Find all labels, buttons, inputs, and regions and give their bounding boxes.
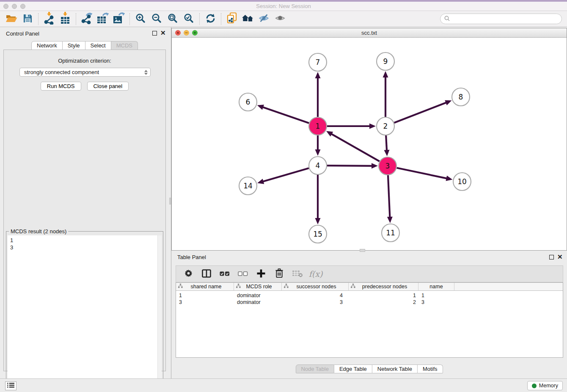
export-table-button[interactable] <box>95 12 111 26</box>
import-table-icon <box>60 12 70 26</box>
edge-2-8[interactable] <box>394 102 447 123</box>
optimization-criterion-label: Optimization criterion: <box>4 58 165 64</box>
export-network-button[interactable] <box>79 12 95 26</box>
memory-button[interactable]: Memory <box>527 381 563 390</box>
node-table: shared name MCDS role successor nodes pr… <box>176 282 563 358</box>
run-mcds-button[interactable]: Run MCDS <box>41 82 81 91</box>
result-scrollbar[interactable] <box>157 235 162 389</box>
search-box <box>440 14 562 24</box>
table-cell-predecessor_nodes[interactable]: 1 <box>349 293 418 298</box>
float-panel-icon[interactable] <box>152 31 157 36</box>
zoom-selected-button[interactable] <box>181 12 197 26</box>
criterion-dropdown-value: strongly connected component <box>24 69 144 75</box>
open-session-button[interactable] <box>3 12 19 26</box>
graph-node-label: 10 <box>457 177 467 186</box>
edge-4-3[interactable] <box>327 166 372 166</box>
task-history-button[interactable] <box>5 381 17 390</box>
window-titlebar: Session: New Session <box>0 0 567 11</box>
column-header-mcds-role[interactable]: MCDS role <box>234 283 282 290</box>
hierarchy-icon <box>284 284 289 290</box>
edge-2-3[interactable] <box>386 135 387 151</box>
arrowhead-icon <box>372 163 378 168</box>
select-all-button[interactable] <box>218 268 231 280</box>
refresh-view-button[interactable] <box>202 12 218 26</box>
zoom-fit-icon <box>168 13 178 25</box>
toolbar-separator <box>129 13 130 25</box>
tab-select[interactable]: Select <box>85 41 111 50</box>
search-input[interactable] <box>452 15 561 23</box>
table-cell-shared_name[interactable]: 1 <box>176 293 234 298</box>
table-cell-mcds_role[interactable]: dominator <box>234 293 282 298</box>
column-header-successor-nodes[interactable]: successor nodes <box>282 283 349 290</box>
tab-network-table[interactable]: Network Table <box>372 364 418 373</box>
table-cell-successor_nodes[interactable]: 4 <box>282 293 349 298</box>
tab-edge-table[interactable]: Edge Table <box>334 364 372 373</box>
deselect-all-button[interactable] <box>237 268 249 280</box>
table-cell-predecessor_nodes[interactable]: 2 <box>349 299 418 305</box>
table-cell-shared_name[interactable]: 3 <box>176 299 234 305</box>
hide-selected-eye-button[interactable] <box>256 12 272 26</box>
table-row[interactable]: 1dominator411 <box>176 292 563 299</box>
edge-4-14[interactable] <box>263 168 309 182</box>
control-panel-header: Control Panel ✕ <box>0 27 169 39</box>
divider-grip[interactable] <box>169 198 171 204</box>
tab-network[interactable]: Network <box>31 41 63 50</box>
table-row[interactable]: 3dominator323 <box>176 299 563 306</box>
export-image-button[interactable] <box>111 12 127 26</box>
import-network-button[interactable] <box>41 12 57 26</box>
edge-3-10[interactable] <box>397 168 447 179</box>
close-table-panel-icon[interactable]: ✕ <box>557 254 563 260</box>
graph-node-label: 6 <box>246 98 250 106</box>
toggle-column-view-button[interactable] <box>200 268 213 280</box>
list-icon <box>7 382 14 389</box>
zoom-fit-content-button[interactable] <box>165 12 181 26</box>
table-cell-name[interactable]: 3 <box>418 299 454 305</box>
status-bar: Memory <box>0 378 567 392</box>
home-button[interactable] <box>240 12 256 26</box>
network-graph[interactable]: 7968124314101511 <box>172 38 567 250</box>
network-resize-grip[interactable] <box>360 249 365 252</box>
control-panel-tabs: Network Style Select MCDS <box>31 41 138 50</box>
edge-3-11[interactable] <box>388 175 390 218</box>
save-session-button[interactable] <box>19 12 36 26</box>
mcds-result-area[interactable]: 13 <box>8 235 162 389</box>
column-header-shared-name[interactable]: shared name <box>176 283 234 290</box>
delete-table-button[interactable] <box>291 268 304 280</box>
column-header-predecessor-nodes[interactable]: predecessor nodes <box>349 283 418 290</box>
table-cell-name[interactable]: 1 <box>418 293 454 298</box>
add-column-button[interactable] <box>255 268 267 280</box>
tab-motifs[interactable]: Motifs <box>418 364 443 373</box>
float-table-panel-icon[interactable] <box>549 255 554 259</box>
graph-node-label: 15 <box>313 230 322 238</box>
close-panel-button[interactable]: Close panel <box>87 82 129 91</box>
column-header-name[interactable]: name <box>418 283 454 290</box>
arrowhead-icon <box>369 124 376 129</box>
import-table-button[interactable] <box>57 12 73 26</box>
tab-node-table[interactable]: Node Table <box>295 364 334 373</box>
export-table-icon <box>97 12 109 25</box>
node-table-body: 1dominator4113dominator323 <box>176 292 563 306</box>
tab-style[interactable]: Style <box>63 41 85 50</box>
toolbar-separator <box>221 13 221 25</box>
mcds-result-title: MCDS result (2 nodes) <box>9 228 68 235</box>
graph-node-label: 4 <box>316 161 320 170</box>
tab-mcds[interactable]: MCDS <box>111 41 138 50</box>
close-panel-icon[interactable]: ✕ <box>160 30 166 36</box>
edge-1-6[interactable] <box>262 107 309 123</box>
zoom-out-button[interactable] <box>149 12 165 26</box>
show-all-eye-button[interactable] <box>272 12 288 26</box>
criterion-dropdown[interactable]: strongly connected component <box>19 68 151 77</box>
apply-function-button[interactable]: f(x) <box>309 268 322 280</box>
table-cell-successor_nodes[interactable]: 3 <box>282 299 349 305</box>
network-window-titlebar[interactable]: scc.txt <box>172 28 567 38</box>
table-cell-mcds_role[interactable]: dominator <box>234 299 282 305</box>
table-settings-button[interactable] <box>182 268 195 280</box>
control-panel-title: Control Panel <box>6 30 39 37</box>
delete-column-button[interactable] <box>273 268 286 280</box>
zoom-in-button[interactable] <box>132 12 149 26</box>
arrowhead-icon <box>387 217 393 223</box>
network-canvas[interactable]: 7968124314101511 <box>172 38 567 250</box>
edge-3-1[interactable] <box>331 134 380 161</box>
window-title: Session: New Session <box>0 3 567 9</box>
copy-current-view-button[interactable] <box>224 12 240 26</box>
